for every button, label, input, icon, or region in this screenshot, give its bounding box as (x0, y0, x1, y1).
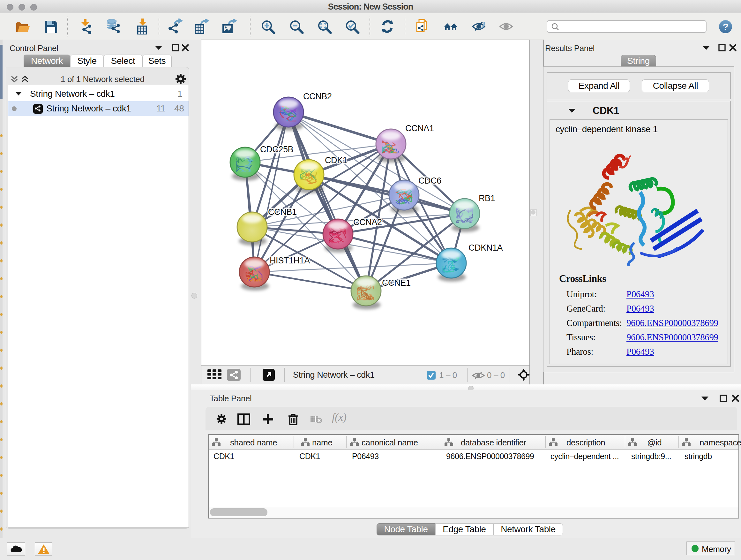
svg-text:CCNA1: CCNA1 (405, 124, 434, 133)
svg-text:CCNB2: CCNB2 (303, 91, 332, 101)
svg-text:CDC6: CDC6 (418, 176, 441, 186)
svg-text:HIST1H1A: HIST1H1A (270, 256, 310, 265)
svg-text:CCNB1: CCNB1 (268, 207, 297, 217)
svg-text:CDC25B: CDC25B (260, 145, 293, 154)
svg-text:CCNA2: CCNA2 (353, 217, 382, 227)
svg-text:CDKN1A: CDKN1A (468, 243, 503, 253)
svg-text:CDK1: CDK1 (325, 155, 347, 165)
svg-text:CCNE1: CCNE1 (382, 278, 411, 288)
svg-text:RB1: RB1 (479, 193, 495, 203)
